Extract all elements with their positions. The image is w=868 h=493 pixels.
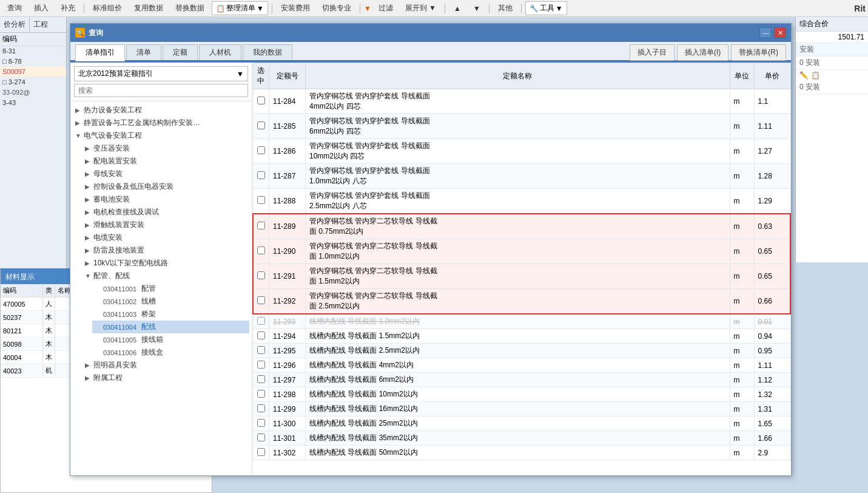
tree-item-battery[interactable]: ▶ 蓄电池安装 [82, 193, 249, 206]
row-checkbox[interactable] [257, 121, 265, 129]
row-checkbox[interactable] [257, 346, 265, 354]
toolbar-btn-switch[interactable]: 切换专业 [317, 2, 356, 15]
unit: m [730, 402, 754, 416]
row-checkbox[interactable] [257, 171, 265, 179]
tree-item-lightning[interactable]: ▶ 防雷及接地装置 [82, 244, 249, 257]
tree-item-030411006[interactable]: 030411006 接线盒 [92, 346, 249, 359]
toolbar-btn-other[interactable]: 其他 [493, 2, 517, 15]
edit-icon[interactable]: ✏️ [799, 71, 809, 80]
left-row-3-274[interactable]: □ 3-274 [0, 77, 66, 87]
left-row-3-43[interactable]: 3-43 [0, 98, 66, 108]
table-row-highlighted[interactable]: 11-290 管内穿铜芯线 管内穿二芯软导线 导线截面 1.0mm2以内 m 0… [253, 239, 790, 264]
table-row-highlighted[interactable]: 11-289 管内穿铜芯线 管内穿二芯软导线 导线截面 0.75mm2以内 m … [253, 214, 790, 239]
table-scroll[interactable]: 选中 定额号 定额名称 单位 单价 11-284 管内穿铜芯线 管内穿护套线 导… [252, 63, 791, 475]
row-checkbox[interactable] [257, 404, 265, 412]
modal-minimize-btn[interactable]: — [759, 27, 772, 38]
tree-item-affiliate[interactable]: ▶ 附属工程 [82, 372, 249, 384]
copy-icon[interactable]: 📋 [811, 71, 820, 80]
tree-item-lighting[interactable]: ▶ 照明器具安装 [82, 359, 249, 372]
tree-item-030411005[interactable]: 030411005 接线箱 [92, 333, 249, 346]
table-row[interactable]: 11-294 线槽内配线 导线截面 1.5mm2以内 m 0.94 [253, 329, 790, 344]
tree-item-slidewire[interactable]: ▶ 滑触线装置安装 [82, 219, 249, 231]
tree-item-control[interactable]: ▶ 控制设备及低压电器安装 [82, 180, 249, 193]
toolbar-btn-replace[interactable]: 替换数据 [170, 2, 209, 15]
toolbar-btn-supplement[interactable]: 补充 [56, 2, 80, 15]
table-row[interactable]: 11-302 线槽内配线 导线截面 50mm2以内 m 2.9 [253, 446, 790, 460]
table-row[interactable]: 11-285 管内穿铜芯线 管内穿护套线 导线截面6mm2以内 四芯 m 1.1… [253, 114, 790, 139]
tab-dinge[interactable]: 定额 [163, 44, 198, 60]
modal-close-btn[interactable]: ✕ [774, 27, 786, 38]
row-checkbox[interactable] [257, 419, 265, 427]
toolbar-btn-nav-up[interactable]: ▲ [449, 3, 466, 14]
table-row-highlighted[interactable]: 11-291 管内穿铜芯线 管内穿二芯软导线 导线截面 1.5mm2以内 m 0… [253, 264, 790, 289]
search-input[interactable] [74, 84, 248, 97]
toolbar-btn-organize[interactable]: 📋整理清单▼ [212, 1, 268, 15]
row-checkbox[interactable] [257, 361, 265, 369]
table-row[interactable]: 11-299 线槽内配线 导线截面 16mm2以内 m 1.31 [253, 402, 790, 416]
replace-list-btn[interactable]: 替换清单(R) [731, 44, 786, 61]
row-checkbox[interactable] [257, 448, 265, 456]
row-checkbox[interactable] [257, 222, 265, 229]
left-row-8-31[interactable]: 8-31 [0, 46, 66, 56]
region-dropdown[interactable]: 北京2012预算定额指引 ▼ [74, 66, 248, 81]
table-row[interactable]: 11-298 线槽内配线 导线截面 10mm2以内 m 1.32 [253, 387, 790, 402]
row-checkbox[interactable] [257, 433, 265, 441]
tab-rencaiji[interactable]: 人材机 [199, 44, 241, 60]
table-row[interactable]: 11-301 线槽内配线 导线截面 35mm2以内 m 1.66 [253, 431, 790, 446]
tree-item-030411004[interactable]: 030411004 配线 [92, 321, 249, 333]
tree-item-thermal[interactable]: ▶ 热力设备安装工程 [73, 104, 249, 117]
row-checkbox[interactable] [257, 296, 265, 304]
tree-item-pipe-wire[interactable]: ▼ 配管、配线 [82, 270, 249, 282]
row-checkbox[interactable] [257, 375, 265, 383]
row-checkbox[interactable] [257, 246, 265, 254]
row-checkbox[interactable] [257, 196, 265, 204]
row-checkbox[interactable] [257, 97, 265, 104]
tab-mydata[interactable]: 我的数据 [243, 44, 292, 60]
table-row[interactable]: 11-288 管内穿铜芯线 管内穿护套线 导线截面2.5mm2以内 八芯 m 1… [253, 189, 790, 214]
tree-item-switchgear[interactable]: ▶ 配电装置安装 [82, 155, 249, 168]
table-row[interactable]: 11-297 线槽内配线 导线截面 6mm2以内 m 1.12 [253, 373, 790, 387]
tree-item-030411003[interactable]: 030411003 桥架 [92, 308, 249, 321]
tree-item-electrical[interactable]: ▼ 电气设备安装工程 [73, 129, 249, 142]
table-row[interactable]: 11-287 管内穿铜芯线 管内穿护套线 导线截面1.0mm2以内 八芯 m 1… [253, 164, 790, 189]
left-row-s00097[interactable]: S00097 [0, 67, 66, 77]
toolbar-btn-nav-down[interactable]: ▼ [468, 3, 485, 14]
tree-item-030411001[interactable]: 030411001 配管 [92, 282, 249, 295]
table-row[interactable]: 11-284 管内穿铜芯线 管内穿护套线 导线截面4mm2以内 四芯 m 1.1 [253, 89, 790, 114]
table-row[interactable]: 11-300 线槽内配线 导线截面 25mm2以内 m 1.65 [253, 416, 790, 431]
tab-qingdan-zhiyin[interactable]: 清单指引 [75, 44, 125, 61]
row-checkbox[interactable] [257, 317, 265, 325]
tree-item-static[interactable]: ▶ 静置设备与工艺金属结构制作安装… [73, 117, 249, 129]
tree-item-030411002[interactable]: 030411002 线槽 [92, 295, 249, 308]
table-row[interactable]: 11-295 线槽内配线 导线截面 2.5mm2以内 m 0.95 [253, 344, 790, 358]
table-row-highlighted[interactable]: 11-292 管内穿铜芯线 管内穿二芯软导线 导线截面 2.5mm2以内 m 0… [253, 289, 790, 314]
toolbar-btn-filter[interactable]: 过滤 [374, 2, 398, 15]
tree-item-10kv[interactable]: ▶ 10kV以下架空配电线路 [82, 257, 249, 270]
table-row[interactable]: 11-293 线槽内配线 导线截面 1.0mm2以内 m 0.91 [253, 314, 790, 329]
left-row-33-092[interactable]: 33-092@ [0, 87, 66, 98]
tree-item-busbar[interactable]: ▶ 母线安装 [82, 168, 249, 180]
left-row-8-78[interactable]: □ 8-78 [0, 56, 66, 67]
tree-code: 030411003 [103, 311, 136, 318]
toolbar-btn-query[interactable]: 查询 [2, 2, 27, 15]
toolbar-btn-insert[interactable]: 插入 [29, 2, 53, 15]
toolbar-btn-install-fee[interactable]: 安装费用 [276, 2, 315, 15]
left-tab-project[interactable]: 工程 [30, 17, 52, 32]
toolbar-btn-expand[interactable]: 展开到 ▼ [400, 2, 441, 15]
tree-item-motor[interactable]: ▶ 电机检查接线及调试 [82, 206, 249, 219]
row-checkbox[interactable] [257, 390, 265, 398]
insert-list-btn[interactable]: 插入清单(I) [677, 44, 728, 61]
toolbar-btn-reuse[interactable]: 复用数据 [129, 2, 168, 15]
left-tab-analysis[interactable]: 价分析 [0, 17, 30, 32]
tab-qingdan[interactable]: 清单 [126, 44, 161, 60]
row-checkbox[interactable] [257, 332, 265, 339]
tree-item-cable[interactable]: ▶ 电缆安装 [82, 231, 249, 244]
table-row[interactable]: 11-296 线槽内配线 导线截面 4mm2以内 m 1.11 [253, 358, 790, 373]
table-row[interactable]: 11-286 管内穿铜芯线 管内穿护套线 导线截面10mm2以内 四芯 m 1.… [253, 139, 790, 164]
insert-child-btn[interactable]: 插入子目 [630, 44, 675, 61]
tree-item-transformer[interactable]: ▶ 变压器安装 [82, 142, 249, 155]
toolbar-btn-tools[interactable]: 🔧工具▼ [525, 1, 567, 15]
toolbar-btn-standard[interactable]: 标准组价 [88, 2, 127, 15]
row-checkbox[interactable] [257, 146, 265, 154]
row-checkbox[interactable] [257, 271, 265, 279]
